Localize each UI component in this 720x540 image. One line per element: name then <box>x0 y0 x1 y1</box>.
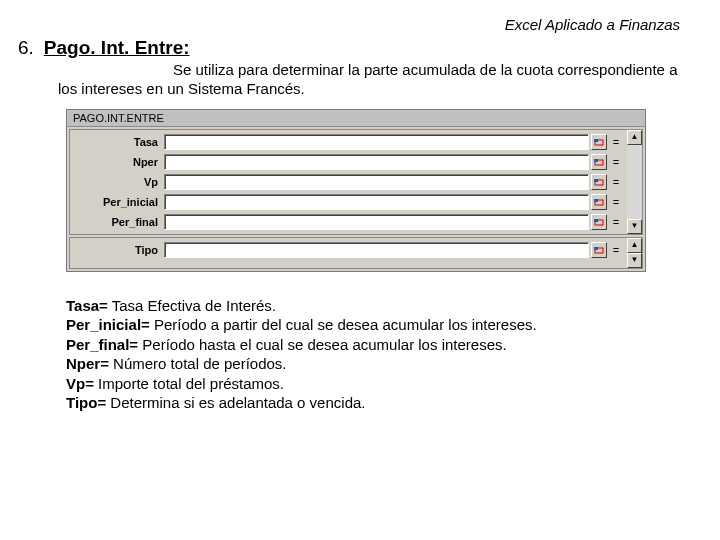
scroll-up-icon[interactable]: ▲ <box>627 238 642 253</box>
def-per-final: Per_final= Período hasta el cual se dese… <box>66 335 692 355</box>
refedit-icon[interactable] <box>591 154 607 170</box>
refedit-icon[interactable] <box>591 194 607 210</box>
field-per-inicial: Per_inicial = <box>72 192 625 212</box>
svg-rect-5 <box>594 179 598 182</box>
input-vp[interactable] <box>164 174 589 190</box>
field-per-final: Per_final = <box>72 212 625 232</box>
page-header: Excel Aplicado a Finanzas <box>28 16 692 33</box>
section-heading: 6. Pago. Int. Entre: <box>28 37 692 59</box>
definitions: Tasa= Tasa Efectiva de Interés. Per_inic… <box>66 296 692 413</box>
section-description: Se utiliza para determinar la parte acum… <box>58 61 692 99</box>
def-tasa: Tasa= Tasa Efectiva de Interés. <box>66 296 692 316</box>
field-nper: Nper = <box>72 152 625 172</box>
dialog-title: PAGO.INT.ENTRE <box>67 110 645 127</box>
refedit-icon[interactable] <box>591 174 607 190</box>
def-nper: Nper= Número total de períodos. <box>66 354 692 374</box>
input-tipo[interactable] <box>164 242 589 258</box>
input-nper[interactable] <box>164 154 589 170</box>
svg-rect-1 <box>594 139 598 142</box>
field-tipo: Tipo = <box>72 240 625 260</box>
svg-rect-11 <box>594 247 598 250</box>
scroll-up-icon[interactable]: ▲ <box>627 130 642 145</box>
def-tipo: Tipo= Determina si es adelantada o venci… <box>66 393 692 413</box>
field-tasa: Tasa = <box>72 132 625 152</box>
scroll-down-icon[interactable]: ▼ <box>627 253 642 268</box>
svg-rect-3 <box>594 159 598 162</box>
input-per-inicial[interactable] <box>164 194 589 210</box>
refedit-icon[interactable] <box>591 242 607 258</box>
args-panel-2: Tipo = ▲ ▼ <box>69 237 643 269</box>
section-number: 6. <box>18 37 34 59</box>
svg-rect-7 <box>594 199 598 202</box>
input-per-final[interactable] <box>164 214 589 230</box>
args-panel-1: Tasa = Nper = Vp = Per_inicial <box>69 129 643 235</box>
scrollbar[interactable]: ▲ ▼ <box>627 130 642 234</box>
def-vp: Vp= Importe total del préstamos. <box>66 374 692 394</box>
svg-rect-9 <box>594 219 598 222</box>
refedit-icon[interactable] <box>591 134 607 150</box>
scroll-down-icon[interactable]: ▼ <box>627 219 642 234</box>
def-per-inicial: Per_inicial= Período a partir del cual s… <box>66 315 692 335</box>
scrollbar[interactable]: ▲ ▼ <box>627 238 642 268</box>
function-dialog: PAGO.INT.ENTRE Tasa = Nper = Vp = <box>66 109 646 272</box>
refedit-icon[interactable] <box>591 214 607 230</box>
field-vp: Vp = <box>72 172 625 192</box>
input-tasa[interactable] <box>164 134 589 150</box>
section-title: Pago. Int. Entre: <box>44 37 190 59</box>
